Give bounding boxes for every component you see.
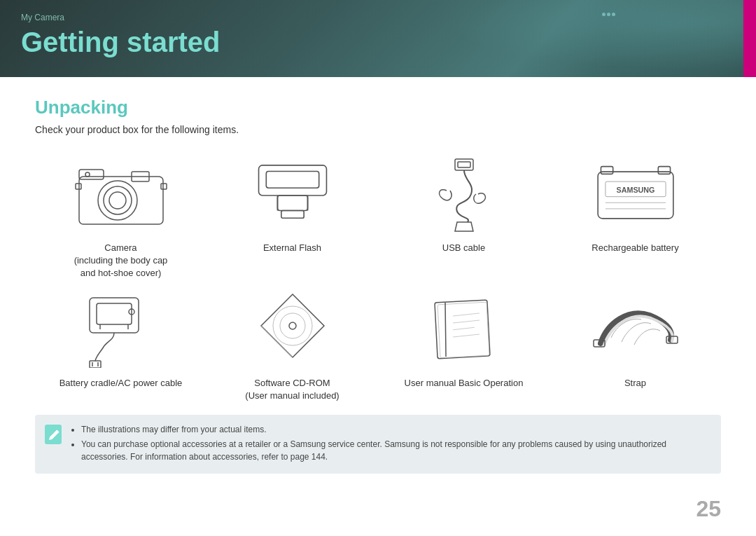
- item-battery: SAMSUNG Rechargeable battery: [550, 152, 721, 280]
- cd-rom-icon: [237, 287, 349, 371]
- strap-icon: [580, 287, 692, 371]
- svg-text:SAMSUNG: SAMSUNG: [616, 186, 654, 194]
- main-content: Unpacking Check your product box for the…: [0, 77, 756, 488]
- battery-cradle-icon: [65, 287, 177, 371]
- svg-rect-28: [90, 361, 101, 368]
- svg-rect-19: [601, 166, 612, 174]
- note-list: The illustrations may differ from your a…: [70, 423, 710, 463]
- breadcrumb: My Camera: [21, 13, 735, 22]
- svg-rect-25: [97, 303, 132, 324]
- item-cd-rom: Software CD-ROM(User manual included): [206, 287, 378, 402]
- strap-label: Strap: [624, 377, 646, 390]
- svg-rect-16: [458, 162, 470, 167]
- note-item-1: The illustrations may differ from your a…: [81, 423, 710, 436]
- user-manual-icon: [408, 287, 520, 371]
- svg-rect-9: [258, 165, 326, 195]
- svg-rect-18: [658, 166, 670, 174]
- note-pencil-icon: [45, 425, 62, 444]
- svg-point-33: [280, 313, 305, 338]
- svg-rect-10: [277, 195, 307, 211]
- section-title: Unpacking: [35, 97, 721, 118]
- external-flash-icon: [237, 152, 349, 236]
- svg-rect-35: [434, 300, 489, 359]
- svg-point-3: [104, 186, 132, 214]
- note-item-2: You can purchase optional accessories at…: [81, 438, 710, 463]
- svg-rect-11: [281, 211, 303, 219]
- svg-rect-0: [79, 177, 163, 224]
- svg-point-4: [109, 192, 126, 209]
- svg-line-37: [443, 303, 448, 357]
- battery-icon: SAMSUNG: [580, 152, 692, 236]
- usb-cable-label: USB cable: [442, 242, 485, 254]
- external-flash-label: External Flash: [263, 242, 321, 254]
- page-number: 25: [696, 496, 721, 522]
- item-strap: Strap: [550, 287, 721, 402]
- svg-line-40: [452, 327, 474, 330]
- user-manual-label: User manual Basic Operation: [405, 377, 524, 390]
- item-external-flash: External Flash: [206, 152, 378, 280]
- accent-bar: [743, 0, 756, 77]
- battery-label: Rechargeable battery: [592, 242, 678, 254]
- camera-icon: [65, 152, 177, 236]
- svg-line-38: [452, 313, 479, 316]
- usb-cable-icon: [408, 152, 520, 236]
- cd-rom-label: Software CD-ROM(User manual included): [245, 377, 339, 402]
- svg-rect-7: [76, 184, 81, 189]
- svg-rect-12: [266, 172, 318, 188]
- svg-rect-17: [598, 172, 673, 219]
- decorative-dots: [601, 7, 616, 20]
- item-usb-cable: USB cable: [378, 152, 550, 280]
- section-subtitle: Check your product box for the following…: [35, 124, 721, 135]
- note-box: The illustrations may differ from your a…: [35, 415, 721, 474]
- svg-rect-1: [79, 170, 104, 179]
- svg-point-6: [85, 172, 90, 177]
- item-battery-cradle: Battery cradle/AC power cable: [35, 287, 206, 402]
- page-header: My Camera Getting started: [0, 0, 756, 77]
- camera-label: Camera(including the body capand hot-sho…: [74, 242, 168, 280]
- page-title: Getting started: [21, 27, 735, 58]
- item-camera: Camera(including the body capand hot-sho…: [35, 152, 206, 280]
- battery-cradle-label: Battery cradle/AC power cable: [59, 377, 183, 390]
- svg-line-41: [452, 334, 479, 337]
- svg-point-34: [289, 322, 296, 329]
- svg-line-39: [452, 320, 479, 323]
- svg-point-32: [273, 306, 312, 345]
- item-user-manual: User manual Basic Operation: [378, 287, 550, 402]
- svg-rect-8: [161, 184, 167, 189]
- items-grid: Camera(including the body capand hot-sho…: [35, 152, 721, 402]
